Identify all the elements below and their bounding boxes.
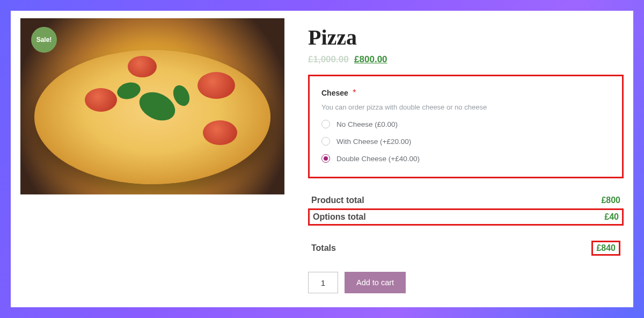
product-page: Sale! Pizza £1,000.00 £800.00 Chesee * Y… [11,11,633,307]
sale-badge: Sale! [31,27,57,53]
options-label-row: Chesee * [321,88,610,98]
options-help: You can order pizza with double cheese o… [321,103,610,111]
price-new: £800.00 [354,54,387,64]
option-label: No Cheese (£0.00) [336,120,398,128]
price: £1,000.00 £800.00 [308,54,624,65]
product-image-column: Sale! [20,18,284,298]
radio-icon [321,137,330,146]
product-total-amount: £800 [601,196,620,205]
radio-icon [321,120,330,128]
options-total-amount: £40 [604,212,619,222]
product-total-row: Product total £800 [308,192,624,208]
options-total-row: Options total £40 [308,208,624,226]
product-total-label: Product total [311,196,364,205]
cheese-options-group: Chesee * You can order pizza with double… [308,75,624,178]
option-with-cheese[interactable]: With Cheese (+£20.00) [321,137,610,146]
cart-row: Add to cart [308,272,624,293]
product-image [20,18,284,194]
radio-icon [321,154,330,163]
option-label: Double Cheese (+£40.00) [336,155,420,163]
option-label: With Cheese (+£20.00) [336,138,411,146]
add-to-cart-button[interactable]: Add to cart [345,272,406,293]
price-old: £1,000.00 [308,54,349,64]
options-total-label: Options total [313,212,366,222]
grand-total-label: Totals [311,243,336,253]
product-title: Pizza [308,25,624,50]
product-details: Pizza £1,000.00 £800.00 Chesee * You can… [308,18,624,298]
required-marker: * [353,88,356,97]
totals-section: Product total £800 Options total £40 Tot… [308,192,624,259]
quantity-input[interactable] [308,272,338,293]
grand-total-row: Totals £840 [308,237,624,259]
grand-total-amount: £840 [591,241,620,256]
option-no-cheese[interactable]: No Cheese (£0.00) [321,120,610,128]
options-label: Chesee [321,89,348,97]
option-double-cheese[interactable]: Double Cheese (+£40.00) [321,154,610,163]
